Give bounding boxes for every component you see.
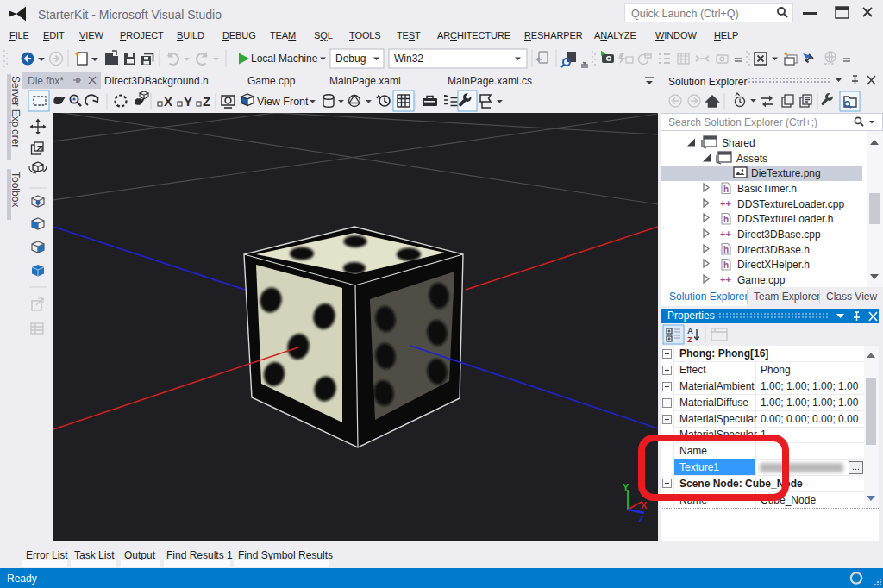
svg-text:h: h xyxy=(723,245,729,254)
svg-text:X: X xyxy=(641,500,648,510)
svg-text:Win32: Win32 xyxy=(394,53,423,65)
svg-text:Z: Z xyxy=(638,514,644,524)
svg-text:++: ++ xyxy=(720,198,731,209)
svg-text:++: ++ xyxy=(720,274,731,285)
svg-text:h: h xyxy=(723,215,729,224)
svg-text:Local Machine: Local Machine xyxy=(251,53,318,65)
svg-text:Z: Z xyxy=(687,335,692,344)
svg-text:Debug: Debug xyxy=(335,53,366,65)
svg-text:Z: Z xyxy=(203,94,210,109)
svg-text:Y: Y xyxy=(623,482,629,492)
svg-text:X: X xyxy=(164,94,172,109)
svg-text:Y: Y xyxy=(184,94,192,109)
svg-text:View Front: View Front xyxy=(257,96,309,108)
svg-text:h: h xyxy=(723,185,729,194)
svg-text:++: ++ xyxy=(720,228,731,239)
svg-text:h: h xyxy=(723,260,729,270)
